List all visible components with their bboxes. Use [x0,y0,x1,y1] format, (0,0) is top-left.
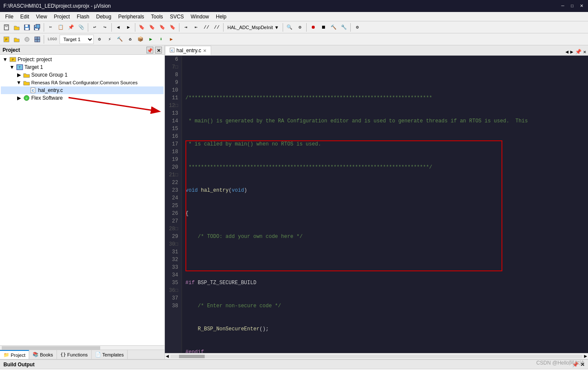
tree-target1[interactable]: ▼ T Target 1 [1,63,164,71]
proj-settings-button[interactable] [22,35,32,44]
tab-project[interactable]: 📁 Project [0,350,29,359]
cut-button[interactable]: ✂ [46,23,55,32]
download-button[interactable]: ⬇ [156,35,166,44]
rebuild-button[interactable]: ♻ [125,35,135,44]
project-tree: ▼ P Project: project ▼ T Target 1 ▶ Sour… [0,55,164,345]
menu-edit[interactable]: Edit [17,13,33,21]
uncomment-button[interactable]: // [212,23,221,32]
project-close-button[interactable]: ✕ [155,47,162,53]
tab-templates[interactable]: 📄 Templates [92,350,128,359]
tree-source-group[interactable]: ▶ Source Group 1 [1,71,164,79]
tree-flex-software[interactable]: ▶ F Flex Software [1,94,164,102]
find-button[interactable]: HAL_ADC_MspDeInit ▼ [225,23,281,32]
svg-text:P: P [6,38,8,42]
fold-28[interactable]: 28□ [169,226,178,232]
menu-peripherals[interactable]: Peripherals [115,13,148,21]
batch-button[interactable]: 📦 [136,35,145,44]
hscroll-left[interactable]: ◀ [165,353,170,359]
fold-36[interactable]: 36□ [169,288,178,294]
new-file-button[interactable] [2,23,11,32]
bookmark-button[interactable]: 🔖 [137,23,146,32]
comment-button[interactable]: // [202,23,211,32]
tab-templates-label: Templates [102,352,124,357]
indent-button[interactable]: ⇥ [181,23,191,32]
hscroll-right[interactable]: ▶ [583,353,588,359]
debug-start-button[interactable]: ▶ [167,35,176,44]
tree-hal-entry[interactable]: C hal_entry.c [1,86,164,94]
editor-tab-pin[interactable]: 📌 [575,49,582,55]
menu-window[interactable]: Window [187,13,212,21]
build-button[interactable]: 🔨 [329,23,338,32]
open-proj-button[interactable] [12,35,21,44]
nav-back-button[interactable]: ◀ [113,23,123,32]
stop-button[interactable]: ⏹ [319,23,328,32]
project-pin-button[interactable]: 📌 [146,47,153,53]
flash-btn2[interactable]: ▶ [146,35,155,44]
svg-rect-15 [37,37,40,39]
build-header-buttons: 📌 ✕ [572,362,585,368]
menu-project[interactable]: Project [51,13,73,21]
redo-button[interactable]: ↪ [100,23,110,32]
paste-special-button[interactable]: 📎 [77,23,86,32]
code-lines[interactable]: /***************************************… [182,56,588,353]
logo-button[interactable]: LOGO [46,35,59,44]
fold-21[interactable]: 21□ [169,172,178,178]
editor-tab-hal-entry[interactable]: C hal_entry.c ✕ [165,46,211,55]
search-button[interactable]: 🔍 [285,23,294,32]
project-hscroll[interactable] [0,345,164,350]
target-settings-button[interactable]: ⚙ [95,35,104,44]
hscroll-track[interactable] [170,355,582,358]
code-editor[interactable]: 6 7□ 8 9 10 11 12□ 13 14 15 16 17 18 19 … [165,56,588,353]
editor-scroll-left[interactable]: ◀ [565,49,568,55]
open-file-button[interactable] [12,23,21,32]
minimize-button[interactable]: ─ [560,3,566,9]
maximize-button[interactable]: □ [569,3,575,9]
build-pin-button[interactable]: 📌 [572,362,579,368]
code-content: 6 7□ 8 9 10 11 12□ 13 14 15 16 17 18 19 … [165,56,588,353]
menu-debug[interactable]: Debug [93,13,115,21]
target-dropdown[interactable]: Target 1 [60,35,94,44]
line-num-8: 8 [168,71,178,79]
run-button[interactable]: ⏺ [308,23,318,32]
settings-button[interactable]: ⚙ [295,23,304,32]
tab-functions-label: Functions [67,352,88,357]
nav-fwd-button[interactable]: ▶ [124,23,133,32]
undo-button[interactable]: ↩ [90,23,99,32]
new-proj-button[interactable]: P [2,35,11,44]
sep4 [135,23,135,32]
save-all-button[interactable] [33,23,42,32]
options-button[interactable]: 🔧 [339,23,349,32]
build-close-button[interactable]: ✕ [580,362,585,368]
paste-button[interactable]: 📌 [66,23,76,32]
tree-renesas-folder[interactable]: ▼ Renesas RA Smart Configurator:Common S… [1,79,164,86]
build-all-button[interactable]: 🔨 [115,35,125,44]
menu-view[interactable]: View [33,13,51,21]
menu-help[interactable]: Help [212,13,230,21]
tab-books[interactable]: 📚 Books [29,350,57,359]
close-button[interactable]: ✕ [579,3,585,9]
copy-button[interactable]: 📋 [56,23,66,32]
fold-30[interactable]: 30□ [169,241,178,247]
tree-project-root[interactable]: ▼ P Project: project [1,56,164,63]
editor-scroll-right[interactable]: ▶ [570,49,573,55]
menu-svcs[interactable]: SVCS [167,13,188,21]
tab-functions[interactable]: {} Functions [57,350,92,359]
bookmark3-button[interactable]: 🔖 [158,23,167,32]
editor-close-all[interactable]: ✕ [583,49,586,55]
line-num-7: 7□ [168,63,178,71]
unindent-button[interactable]: ⇤ [191,23,201,32]
translate-button[interactable]: ⚡ [105,35,114,44]
save-button[interactable] [22,23,32,32]
menu-tools[interactable]: Tools [148,13,167,21]
editor-tab-close[interactable]: ✕ [203,48,206,53]
menu-flash[interactable]: Flash [73,13,93,21]
fold-12[interactable]: 12□ [169,103,178,109]
hscroll-thumb[interactable] [179,355,205,358]
component-button[interactable] [33,35,42,44]
bookmark2-button[interactable]: 🔖 [147,23,157,32]
code-hscroll[interactable]: ◀ ▶ [165,353,588,359]
debug-button[interactable]: ⚙ [352,23,362,32]
bookmark4-button[interactable]: 🔖 [168,23,177,32]
fold-7[interactable]: 7□ [172,64,178,70]
menu-file[interactable]: File [2,13,17,21]
